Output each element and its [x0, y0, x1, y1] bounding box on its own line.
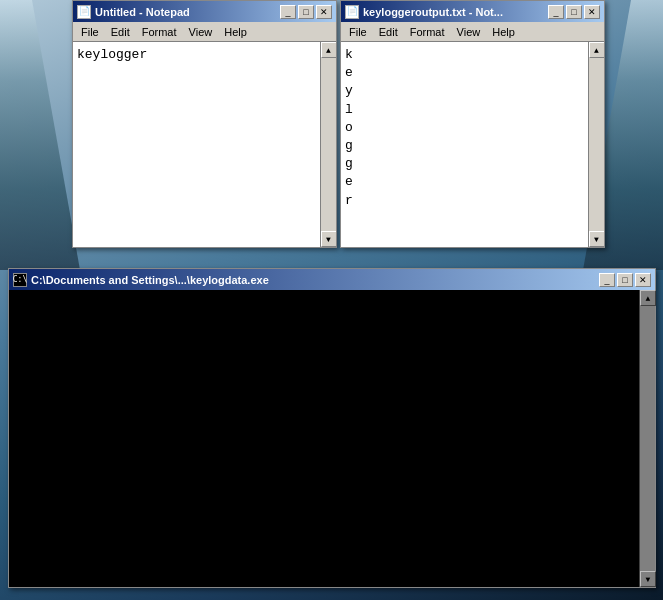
cmd-content-area: ▲ ▼: [9, 290, 655, 587]
cmd-window: C:\ C:\Documents and Settings\...\keylog…: [8, 268, 656, 588]
notepad2-maximize-button[interactable]: □: [566, 5, 582, 19]
notepad2-text-line: o: [345, 119, 584, 137]
notepad2-menu-file[interactable]: File: [343, 24, 373, 40]
notepad2-menu-view[interactable]: View: [451, 24, 487, 40]
notepad1-icon: 📄: [77, 5, 91, 19]
notepad1-scroll-track[interactable]: [321, 58, 336, 231]
notepad2-scroll-track[interactable]: [589, 58, 604, 231]
cmd-scrollbar[interactable]: ▲ ▼: [639, 290, 655, 587]
cmd-scroll-up[interactable]: ▲: [640, 290, 656, 306]
notepad1-maximize-button[interactable]: □: [298, 5, 314, 19]
notepad2-text-line: r: [345, 192, 584, 210]
notepad2-text-line: e: [345, 173, 584, 191]
notepad1-scroll-down[interactable]: ▼: [321, 231, 337, 247]
notepad2-scroll-down[interactable]: ▼: [589, 231, 605, 247]
notepad1-title: Untitled - Notepad: [95, 6, 276, 18]
notepad1-menu-edit[interactable]: Edit: [105, 24, 136, 40]
notepad2-scroll-up[interactable]: ▲: [589, 42, 605, 58]
notepad2-text-line: l: [345, 101, 584, 119]
notepad2-minimize-button[interactable]: _: [548, 5, 564, 19]
notepad2-text[interactable]: keylogger: [341, 42, 588, 247]
notepad2-text-line: g: [345, 137, 584, 155]
notepad1-content-area: keylogger ▲ ▼: [73, 42, 336, 247]
cmd-scroll-track[interactable]: [640, 306, 655, 571]
cmd-text[interactable]: [9, 290, 639, 587]
notepad1-titlebar[interactable]: 📄 Untitled - Notepad _ □ ✕: [73, 1, 336, 22]
notepad1-menu-format[interactable]: Format: [136, 24, 183, 40]
notepad2-close-button[interactable]: ✕: [584, 5, 600, 19]
notepad2-text-line: k: [345, 46, 584, 64]
notepad1-minimize-button[interactable]: _: [280, 5, 296, 19]
notepad1-menubar: File Edit Format View Help: [73, 22, 336, 42]
notepad-untitled-window: 📄 Untitled - Notepad _ □ ✕ File Edit For…: [72, 0, 337, 248]
cmd-minimize-button[interactable]: _: [599, 273, 615, 287]
notepad2-scrollbar[interactable]: ▲ ▼: [588, 42, 604, 247]
cmd-scroll-down[interactable]: ▼: [640, 571, 656, 587]
cmd-exe-name: keylogdata.exe: [190, 274, 269, 286]
notepad1-controls: _ □ ✕: [280, 5, 332, 19]
notepad1-close-button[interactable]: ✕: [316, 5, 332, 19]
notepad1-menu-view[interactable]: View: [183, 24, 219, 40]
cmd-maximize-button[interactable]: □: [617, 273, 633, 287]
cmd-title: C:\Documents and Settings\...\keylogdata…: [31, 274, 595, 286]
cmd-titlebar[interactable]: C:\ C:\Documents and Settings\...\keylog…: [9, 269, 655, 290]
notepad1-menu-file[interactable]: File: [75, 24, 105, 40]
notepad1-scrollbar[interactable]: ▲ ▼: [320, 42, 336, 247]
notepad2-controls: _ □ ✕: [548, 5, 600, 19]
cmd-icon: C:\: [13, 273, 27, 287]
notepad-keylogger-window: 📄 keyloggeroutput.txt - Not... _ □ ✕ Fil…: [340, 0, 605, 248]
notepad2-menu-help[interactable]: Help: [486, 24, 521, 40]
notepad2-title: keyloggeroutput.txt - Not...: [363, 6, 544, 18]
notepad1-text[interactable]: keylogger: [73, 42, 320, 247]
notepad2-content-area: keylogger ▲ ▼: [341, 42, 604, 247]
notepad2-menubar: File Edit Format View Help: [341, 22, 604, 42]
cmd-controls: _ □ ✕: [599, 273, 651, 287]
notepad2-menu-edit[interactable]: Edit: [373, 24, 404, 40]
tree-decoration-left: [0, 0, 80, 270]
notepad2-text-line: y: [345, 82, 584, 100]
notepad1-menu-help[interactable]: Help: [218, 24, 253, 40]
notepad1-scroll-up[interactable]: ▲: [321, 42, 337, 58]
notepad2-titlebar[interactable]: 📄 keyloggeroutput.txt - Not... _ □ ✕: [341, 1, 604, 22]
notepad2-text-line: g: [345, 155, 584, 173]
notepad2-icon: 📄: [345, 5, 359, 19]
notepad2-text-line: e: [345, 64, 584, 82]
notepad2-menu-format[interactable]: Format: [404, 24, 451, 40]
cmd-close-button[interactable]: ✕: [635, 273, 651, 287]
